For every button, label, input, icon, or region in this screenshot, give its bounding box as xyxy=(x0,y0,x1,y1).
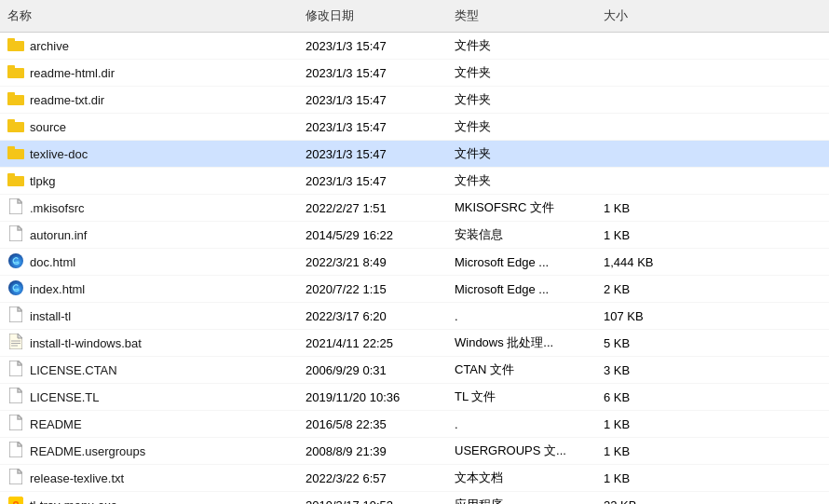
file-icon xyxy=(9,361,22,379)
file-name-text: source xyxy=(30,120,66,134)
file-size: 1,444 KB xyxy=(596,253,689,271)
table-row[interactable]: autorun.inf2014/5/29 16:22安装信息1 KB xyxy=(0,222,829,249)
header-type[interactable]: 类型 xyxy=(447,4,596,28)
exe-file-icon xyxy=(8,497,23,505)
file-icon xyxy=(9,306,22,325)
file-name-cell: readme-html.dir xyxy=(0,62,298,83)
file-list: 名称 修改日期 类型 大小 archive2023/1/3 15:47文件夹 r… xyxy=(0,0,829,504)
table-header[interactable]: 名称 修改日期 类型 大小 xyxy=(0,0,829,33)
table-row[interactable]: .mkisofsrc2022/2/27 1:51MKISOFSRC 文件1 KB xyxy=(0,195,829,222)
file-size xyxy=(596,71,689,75)
svg-marker-13 xyxy=(18,198,22,203)
file-size: 3 KB xyxy=(596,361,689,379)
header-date[interactable]: 修改日期 xyxy=(298,4,447,28)
svg-marker-30 xyxy=(18,415,22,419)
file-type: TL 文件 xyxy=(447,387,596,407)
file-name-cell: doc.html xyxy=(0,252,298,272)
file-date: 2023/1/3 15:47 xyxy=(298,172,447,190)
header-size[interactable]: 大小 xyxy=(596,4,689,28)
file-size: 1 KB xyxy=(596,443,689,460)
file-name-cell: texlive-doc xyxy=(0,143,298,164)
file-size xyxy=(596,125,689,129)
svg-marker-34 xyxy=(18,469,22,473)
file-name-cell: tl-tray-menu.exe xyxy=(0,495,298,504)
svg-rect-9 xyxy=(7,146,15,151)
edge-icon xyxy=(8,280,23,298)
file-date: 2008/8/9 21:39 xyxy=(298,443,447,460)
table-row[interactable]: tlpkg2023/1/3 15:47文件夹 xyxy=(0,168,829,195)
file-date: 2022/2/27 1:51 xyxy=(298,199,447,217)
file-name-cell: .mkisofsrc xyxy=(0,198,298,218)
file-date: 2022/3/22 6:57 xyxy=(298,470,447,487)
svg-rect-3 xyxy=(7,65,15,70)
file-date: 2021/4/11 22:25 xyxy=(298,334,447,352)
file-type: CTAN 文件 xyxy=(447,360,596,380)
file-date: 2022/3/21 8:49 xyxy=(298,253,447,271)
file-size: 5 KB xyxy=(596,334,689,352)
file-date: 2019/3/17 19:52 xyxy=(298,497,447,505)
file-type: 文件夹 xyxy=(447,143,596,164)
file-size: 2 KB xyxy=(596,280,689,298)
file-name-cell: LICENSE.TL xyxy=(0,387,298,407)
table-row[interactable]: LICENSE.CTAN2006/9/29 0:31CTAN 文件3 KB xyxy=(0,357,829,384)
table-row[interactable]: doc.html2022/3/21 8:49Microsoft Edge ...… xyxy=(0,249,829,276)
table-row[interactable]: README.usergroups2008/8/9 21:39USERGROUP… xyxy=(0,438,829,465)
file-type: MKISOFSRC 文件 xyxy=(447,198,596,218)
file-name-text: LICENSE.CTAN xyxy=(30,363,117,377)
file-name-cell: install-tl xyxy=(0,306,298,326)
table-row[interactable]: tl-tray-menu.exe2019/3/17 19:52应用程序22 KB xyxy=(0,492,829,504)
file-name-text: tl-tray-menu.exe xyxy=(30,498,117,505)
svg-marker-32 xyxy=(18,442,22,446)
bat-file-icon xyxy=(9,334,22,352)
svg-marker-28 xyxy=(18,388,22,392)
table-row[interactable]: index.html2020/7/22 1:15Microsoft Edge .… xyxy=(0,276,829,303)
file-name-cell: index.html xyxy=(0,279,298,299)
table-row[interactable]: archive2023/1/3 15:47文件夹 xyxy=(0,33,829,60)
file-size: 1 KB xyxy=(596,470,689,487)
table-row[interactable]: texlive-doc2023/1/3 15:47文件夹 xyxy=(0,141,829,168)
file-date: 2019/11/20 10:36 xyxy=(298,388,447,406)
file-icon xyxy=(9,198,22,217)
file-name-cell: autorun.inf xyxy=(0,225,298,245)
file-name-cell: LICENSE.CTAN xyxy=(0,360,298,380)
table-row[interactable]: README2016/5/8 22:35.1 KB xyxy=(0,411,829,438)
file-name-text: release-texlive.txt xyxy=(30,471,124,485)
file-type: 文件夹 xyxy=(447,89,596,110)
table-row[interactable]: install-tl2022/3/17 6:20.107 KB xyxy=(0,303,829,330)
table-row[interactable]: LICENSE.TL2019/11/20 10:36TL 文件6 KB xyxy=(0,384,829,411)
header-name[interactable]: 名称 xyxy=(0,4,298,28)
file-name-text: readme-txt.dir xyxy=(30,93,104,107)
file-size: 6 KB xyxy=(596,388,689,406)
file-type: 文件夹 xyxy=(447,35,596,56)
file-type: 文件夹 xyxy=(447,62,596,83)
file-name-cell: README.usergroups xyxy=(0,441,298,461)
file-icon xyxy=(9,388,22,406)
folder-icon xyxy=(7,64,24,82)
file-size: 1 KB xyxy=(596,226,689,244)
svg-marker-19 xyxy=(18,306,22,311)
svg-point-17 xyxy=(8,280,23,295)
file-date: 2022/3/17 6:20 xyxy=(298,307,447,325)
file-name-text: archive xyxy=(30,39,69,53)
folder-icon xyxy=(7,37,24,55)
table-row[interactable]: source2023/1/3 15:47文件夹 xyxy=(0,114,829,141)
file-name-text: install-tl-windows.bat xyxy=(30,336,142,350)
svg-rect-11 xyxy=(7,173,15,178)
file-name-cell: README xyxy=(0,414,298,434)
table-row[interactable]: readme-txt.dir2023/1/3 15:47文件夹 xyxy=(0,87,829,114)
svg-rect-5 xyxy=(7,92,15,97)
file-icon xyxy=(9,442,22,460)
file-date: 2016/5/8 22:35 xyxy=(298,415,447,433)
file-name-text: README.usergroups xyxy=(30,444,145,458)
file-icon xyxy=(9,415,22,433)
file-name-text: README xyxy=(30,417,82,431)
file-type: . xyxy=(447,415,596,433)
file-date: 2023/1/3 15:47 xyxy=(298,145,447,163)
edge-icon xyxy=(8,253,23,271)
svg-marker-15 xyxy=(18,225,22,230)
table-row[interactable]: readme-html.dir2023/1/3 15:47文件夹 xyxy=(0,60,829,87)
folder-icon xyxy=(7,91,24,109)
file-name-text: install-tl xyxy=(30,309,71,323)
table-row[interactable]: release-texlive.txt2022/3/22 6:57文本文档1 K… xyxy=(0,465,829,492)
table-row[interactable]: install-tl-windows.bat2021/4/11 22:25Win… xyxy=(0,330,829,357)
